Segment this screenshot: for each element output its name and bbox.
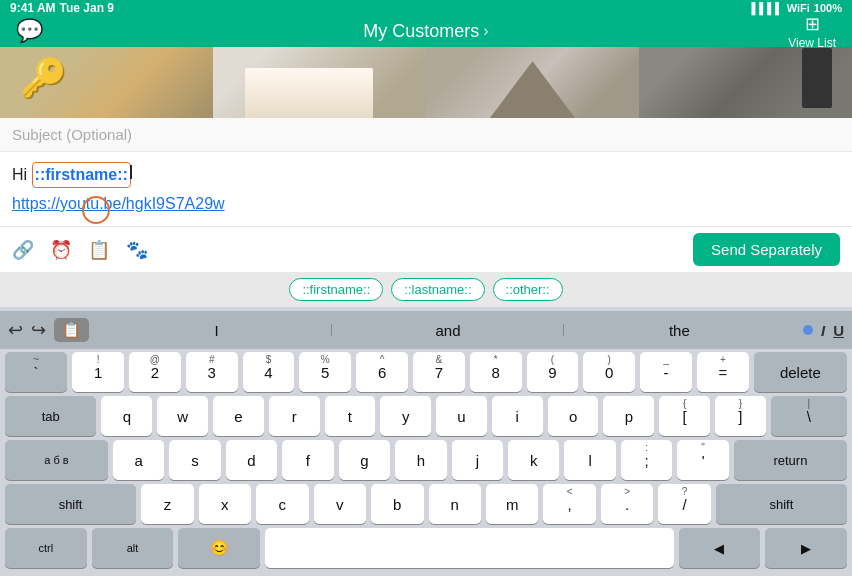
chat-icon[interactable]: 💬 bbox=[16, 18, 43, 44]
clipboard-icon[interactable]: 📋 bbox=[88, 239, 110, 261]
key-4[interactable]: $4 bbox=[243, 352, 295, 392]
suggestion-the[interactable]: the bbox=[564, 322, 795, 339]
suggestion-and[interactable]: and bbox=[332, 322, 563, 339]
key-x[interactable]: x bbox=[199, 484, 251, 524]
key-q[interactable]: q bbox=[101, 396, 152, 436]
tab-key[interactable]: tab bbox=[5, 396, 96, 436]
key-s[interactable]: s bbox=[169, 440, 220, 480]
key-z[interactable]: z bbox=[141, 484, 193, 524]
key-quote[interactable]: "' bbox=[677, 440, 728, 480]
view-list-button[interactable]: ⊞ View List bbox=[788, 13, 836, 50]
key-e[interactable]: e bbox=[213, 396, 264, 436]
key-h[interactable]: h bbox=[395, 440, 446, 480]
key-l[interactable]: l bbox=[564, 440, 615, 480]
underline-button[interactable]: U bbox=[833, 322, 844, 339]
photo-1 bbox=[0, 47, 213, 118]
contacts-icon[interactable]: 🐾 bbox=[126, 239, 148, 261]
key-p[interactable]: p bbox=[603, 396, 654, 436]
other-pill[interactable]: ::other:: bbox=[493, 278, 563, 301]
key-3[interactable]: #3 bbox=[186, 352, 238, 392]
nav-title[interactable]: My Customers › bbox=[363, 21, 488, 42]
autocomplete-bar: ↩ ↪ 📋 I and the I U bbox=[0, 311, 852, 349]
key-d[interactable]: d bbox=[226, 440, 277, 480]
key-m[interactable]: m bbox=[486, 484, 538, 524]
key-n[interactable]: n bbox=[429, 484, 481, 524]
key-t[interactable]: t bbox=[325, 396, 376, 436]
key-r[interactable]: r bbox=[269, 396, 320, 436]
subject-placeholder: Subject (Optional) bbox=[12, 126, 132, 143]
delete-key[interactable]: delete bbox=[754, 352, 847, 392]
key-0[interactable]: )0 bbox=[583, 352, 635, 392]
key-9[interactable]: (9 bbox=[527, 352, 579, 392]
key-1[interactable]: !1 bbox=[72, 352, 124, 392]
clock-icon[interactable]: ⏰ bbox=[50, 239, 72, 261]
key-y[interactable]: y bbox=[380, 396, 431, 436]
emoji-key[interactable]: 😊 bbox=[178, 528, 260, 568]
key-tilde[interactable]: ~` bbox=[5, 352, 67, 392]
firstname-tag[interactable]: ::firstname:: bbox=[32, 162, 131, 188]
key-bracket-open[interactable]: {[ bbox=[659, 396, 710, 436]
right-shift-key[interactable]: shift bbox=[716, 484, 847, 524]
key-c[interactable]: c bbox=[256, 484, 308, 524]
alt-key[interactable]: alt bbox=[92, 528, 174, 568]
lang-key[interactable]: а б в bbox=[5, 440, 108, 480]
key-equals[interactable]: += bbox=[697, 352, 749, 392]
key-comma[interactable]: <, bbox=[543, 484, 595, 524]
key-slash[interactable]: ?/ bbox=[658, 484, 710, 524]
send-separately-button[interactable]: Send Separately bbox=[693, 233, 840, 266]
subject-line[interactable]: Subject (Optional) bbox=[0, 118, 852, 152]
undo-button[interactable]: ↩ bbox=[8, 319, 23, 341]
left-shift-key[interactable]: shift bbox=[5, 484, 136, 524]
photo-2 bbox=[213, 47, 426, 118]
lastname-pill[interactable]: ::lastname:: bbox=[391, 278, 484, 301]
status-bar: 9:41 AM Tue Jan 9 ▌▌▌▌ WiFi 100% bbox=[0, 0, 852, 16]
key-u[interactable]: u bbox=[436, 396, 487, 436]
right-arrow-key[interactable]: ▶ bbox=[765, 528, 847, 568]
time: 9:41 AM bbox=[10, 1, 56, 15]
photo-3 bbox=[426, 47, 639, 118]
suggestion-I[interactable]: I bbox=[101, 322, 332, 339]
key-g[interactable]: g bbox=[339, 440, 390, 480]
format-dot bbox=[803, 325, 813, 335]
key-bracket-close[interactable]: }] bbox=[715, 396, 766, 436]
message-body[interactable]: Hi ::firstname:: https://youtu.be/hgkI9S… bbox=[0, 152, 852, 226]
key-period[interactable]: >. bbox=[601, 484, 653, 524]
key-backslash[interactable]: |\ bbox=[771, 396, 847, 436]
key-k[interactable]: k bbox=[508, 440, 559, 480]
ctrl-key[interactable]: ctrl bbox=[5, 528, 87, 568]
return-key[interactable]: return bbox=[734, 440, 847, 480]
nav-bar: 💬 My Customers › ⊞ View List bbox=[0, 16, 852, 47]
key-semicolon[interactable]: :; bbox=[621, 440, 672, 480]
key-i[interactable]: i bbox=[492, 396, 543, 436]
key-a[interactable]: a bbox=[113, 440, 164, 480]
format-buttons: I U bbox=[803, 322, 844, 339]
key-b[interactable]: b bbox=[371, 484, 423, 524]
compose-area: Subject (Optional) Hi ::firstname:: http… bbox=[0, 118, 852, 272]
key-j[interactable]: j bbox=[452, 440, 503, 480]
key-5[interactable]: %5 bbox=[299, 352, 351, 392]
nav-chevron: › bbox=[483, 22, 488, 40]
firstname-pill[interactable]: ::firstname:: bbox=[289, 278, 383, 301]
key-f[interactable]: f bbox=[282, 440, 333, 480]
key-6[interactable]: ^6 bbox=[356, 352, 408, 392]
redo-button[interactable]: ↪ bbox=[31, 319, 46, 341]
key-minus[interactable]: _- bbox=[640, 352, 692, 392]
key-2[interactable]: @2 bbox=[129, 352, 181, 392]
key-8[interactable]: *8 bbox=[470, 352, 522, 392]
link-icon[interactable]: 🔗 bbox=[12, 239, 34, 261]
key-o[interactable]: o bbox=[548, 396, 599, 436]
key-w[interactable]: w bbox=[157, 396, 208, 436]
paste-button[interactable]: 📋 bbox=[54, 318, 89, 342]
status-left: 9:41 AM Tue Jan 9 bbox=[10, 1, 114, 15]
message-url[interactable]: https://youtu.be/hgkI9S7A29w bbox=[12, 192, 840, 216]
left-arrow-key[interactable]: ◀ bbox=[679, 528, 761, 568]
app-root: 9:41 AM Tue Jan 9 ▌▌▌▌ WiFi 100% 💬 My Cu… bbox=[0, 0, 852, 576]
tag-suggestions-row: ::firstname:: ::lastname:: ::other:: bbox=[0, 272, 852, 307]
message-hi: Hi bbox=[12, 166, 32, 183]
key-7[interactable]: &7 bbox=[413, 352, 465, 392]
spacebar[interactable] bbox=[265, 528, 674, 568]
key-v[interactable]: v bbox=[314, 484, 366, 524]
date: Tue Jan 9 bbox=[60, 1, 114, 15]
italic-button[interactable]: I bbox=[821, 322, 825, 339]
undo-redo-group: ↩ ↪ bbox=[8, 319, 46, 341]
